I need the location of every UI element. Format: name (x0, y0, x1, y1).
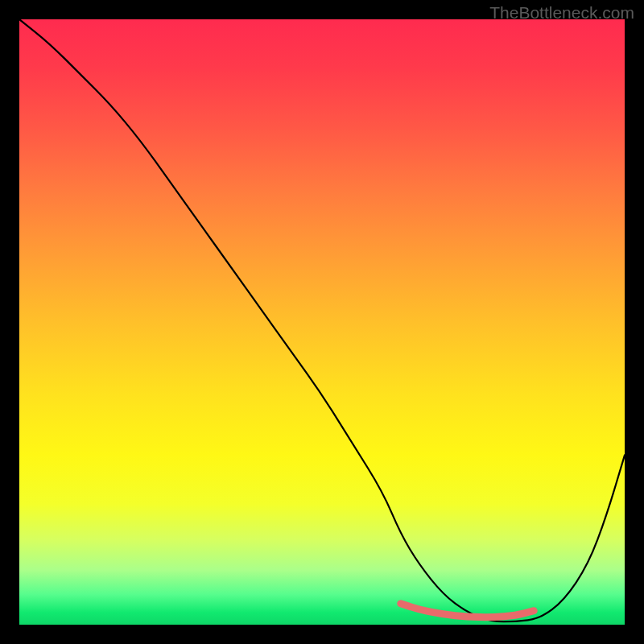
highlight-segment-path (401, 604, 534, 617)
watermark-text: TheBottleneck.com (489, 3, 634, 23)
chart-svg (19, 19, 625, 625)
chart-plot-area (19, 19, 625, 625)
bottleneck-curve-path (19, 19, 625, 621)
